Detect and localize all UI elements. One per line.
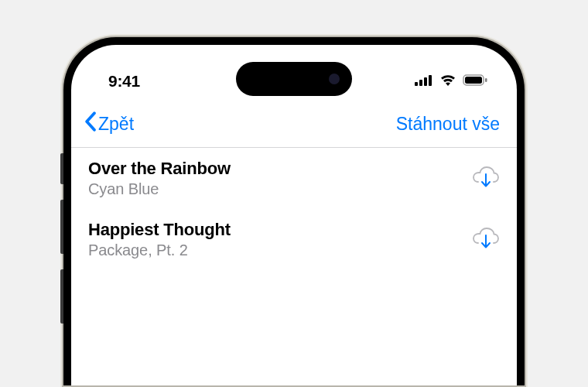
volume-up-button [60, 200, 63, 254]
battery-icon [463, 74, 487, 89]
svg-rect-2 [424, 77, 427, 86]
svg-rect-3 [429, 75, 432, 86]
svg-rect-1 [419, 80, 422, 86]
side-button [60, 153, 63, 184]
nav-bar: Zpět Stáhnout vše [71, 98, 517, 148]
status-time: 9:41 [108, 72, 140, 91]
song-artist: Cyan Blue [88, 180, 231, 198]
phone-screen: 9:41 Zpět Stáhnout vše [71, 45, 517, 385]
list-item[interactable]: Over the Rainbow Cyan Blue [71, 148, 517, 209]
svg-rect-6 [485, 78, 487, 82]
download-button[interactable] [472, 166, 500, 192]
list-item[interactable]: Happiest Thought Package, Pt. 2 [71, 209, 517, 270]
volume-down-button [60, 269, 63, 324]
song-artist: Package, Pt. 2 [88, 241, 231, 259]
status-icons [415, 74, 487, 89]
back-label: Zpět [98, 114, 134, 135]
phone-frame: 9:41 Zpět Stáhnout vše [63, 37, 525, 385]
dynamic-island [236, 62, 352, 96]
svg-rect-0 [415, 82, 418, 86]
chevron-left-icon [84, 111, 97, 136]
list-text: Over the Rainbow Cyan Blue [88, 159, 231, 198]
cellular-icon [415, 74, 433, 89]
list-text: Happiest Thought Package, Pt. 2 [88, 220, 231, 259]
svg-rect-5 [465, 77, 482, 84]
back-button[interactable]: Zpět [84, 111, 134, 136]
song-title: Happiest Thought [88, 220, 231, 240]
song-title: Over the Rainbow [88, 159, 231, 179]
cloud-download-icon [472, 166, 500, 189]
download-all-button[interactable]: Stáhnout vše [396, 114, 500, 135]
download-button[interactable] [472, 227, 500, 253]
cloud-download-icon [472, 227, 500, 250]
wifi-icon [439, 74, 456, 89]
